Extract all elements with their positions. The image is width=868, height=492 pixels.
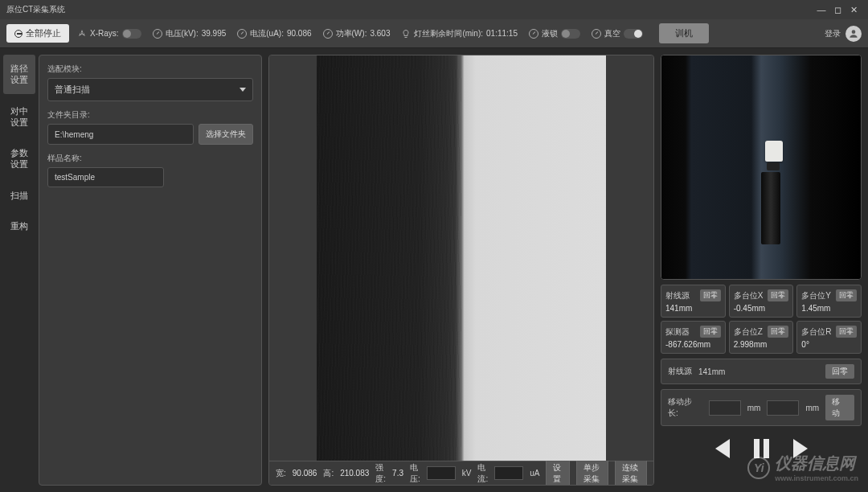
cooling-status: 液锁	[526, 28, 583, 39]
move-step-row: 移动步长: mm mm 移动	[661, 389, 862, 426]
settings-button[interactable]: 设置	[546, 457, 569, 486]
image-viewer: 宽:90.086 高:210.083 强度:7.3 电压: kV 电流: uA …	[268, 55, 654, 486]
pos-detector: 探测器回零 -867.626mm	[661, 321, 726, 354]
svg-point-0	[81, 33, 83, 35]
toolbar: 全部停止 X-Rays: 电压(kV): 39.995 电流(uA): 90.0…	[0, 19, 868, 48]
stop-all-button[interactable]: 全部停止	[6, 24, 69, 43]
next-button[interactable]	[793, 439, 808, 458]
sample-input[interactable]	[47, 167, 164, 187]
close-button[interactable]: ✕	[845, 5, 862, 15]
train-button[interactable]: 训机	[659, 23, 709, 43]
pos-multiY: 多台位Y回零 1.45mm	[796, 285, 862, 318]
move-target-row: 射线源 141mm 回零	[661, 359, 862, 384]
gauge-icon	[323, 29, 333, 39]
right-panel: 射线源回零 141mm 多台位X回零 -0.45mm 多台位Y回零 1.45mm…	[661, 55, 862, 486]
filament-status: 灯丝剩余时间(min): 01:11:15	[398, 28, 521, 39]
login-button[interactable]: 登录	[825, 26, 862, 42]
pos-multiX: 多台位X回零 -0.45mm	[729, 285, 794, 318]
power-status: 功率(W): 3.603	[320, 28, 394, 39]
step-input-2[interactable]	[767, 400, 799, 416]
stop-icon	[14, 30, 23, 38]
zero-multiY-button[interactable]: 回零	[836, 289, 857, 301]
image-info-bar: 宽:90.086 高:210.083 强度:7.3 电压: kV 电流: uA …	[269, 461, 653, 485]
tab-param[interactable]: 参数 设置	[3, 139, 35, 178]
step-input-1[interactable]	[709, 400, 741, 416]
current-input[interactable]	[494, 466, 523, 480]
xray-image-area[interactable]	[269, 55, 653, 461]
tab-scan[interactable]: 扫描	[3, 182, 35, 209]
maximize-button[interactable]: ◻	[829, 5, 845, 15]
minimize-button[interactable]: —	[813, 5, 829, 14]
title-bar: 原位CT采集系统 — ◻ ✕	[0, 0, 868, 19]
cooling-toggle[interactable]	[561, 29, 580, 39]
single-capture-button[interactable]: 单步采集	[576, 457, 608, 486]
settings-panel: 选配模块: 普通扫描 文件夹目录: 选择文件夹 样品名称:	[39, 55, 262, 486]
avatar-icon	[845, 26, 862, 42]
zero-multiX-button[interactable]: 回零	[768, 289, 788, 301]
pause-button[interactable]	[754, 439, 769, 458]
folder-input[interactable]	[47, 124, 194, 145]
camera-image	[661, 55, 861, 279]
app-title: 原位CT采集系统	[6, 4, 813, 15]
radiation-icon	[77, 29, 87, 39]
choose-folder-button[interactable]: 选择文件夹	[199, 124, 253, 145]
svg-point-1	[852, 30, 856, 34]
module-dropdown[interactable]: 普通扫描	[47, 78, 253, 101]
stop-all-label: 全部停止	[26, 27, 61, 39]
folder-label: 文件夹目录:	[47, 109, 253, 121]
gauge-icon	[153, 29, 162, 39]
camera-view	[661, 55, 862, 280]
xray-image	[317, 55, 606, 461]
vacuum-toggle[interactable]	[624, 29, 643, 39]
current-status: 电流(uA): 90.086	[234, 28, 314, 39]
zero-source-button[interactable]: 回零	[700, 289, 721, 301]
pos-multiR: 多台位R回零 0°	[796, 321, 862, 354]
zero-detector-button[interactable]: 回零	[700, 326, 721, 338]
left-tabs: 路径 设置 对中 设置 参数 设置 扫描 重构	[0, 48, 39, 492]
xrays-toggle[interactable]	[122, 29, 141, 39]
bulb-icon	[401, 29, 411, 39]
vacuum-status: 真空	[588, 28, 646, 39]
continuous-capture-button[interactable]: 连续采集	[615, 457, 647, 486]
vacuum-icon	[592, 29, 601, 39]
prev-button[interactable]	[715, 439, 730, 458]
zero-multiR-button[interactable]: 回零	[836, 326, 857, 338]
tab-recon[interactable]: 重构	[3, 212, 35, 240]
playback-controls	[661, 439, 862, 458]
zero-move-button[interactable]: 回零	[825, 364, 854, 379]
module-label: 选配模块:	[47, 64, 253, 75]
voltage-input[interactable]	[427, 466, 456, 480]
tab-path[interactable]: 路径 设置	[3, 55, 35, 94]
zero-multiZ-button[interactable]: 回零	[768, 326, 788, 338]
cooling-icon	[529, 29, 538, 39]
pos-multiZ: 多台位Z回零 2.998mm	[729, 321, 794, 354]
move-button[interactable]: 移动	[825, 395, 854, 420]
sample-label: 样品名称:	[47, 153, 253, 164]
pos-source: 射线源回零 141mm	[661, 285, 726, 318]
tab-align[interactable]: 对中 设置	[3, 97, 35, 137]
gauge-icon	[237, 29, 247, 39]
chevron-down-icon	[240, 88, 246, 92]
xrays-status: X-Rays:	[74, 29, 145, 39]
voltage-status: 电压(kV): 39.995	[149, 28, 230, 39]
